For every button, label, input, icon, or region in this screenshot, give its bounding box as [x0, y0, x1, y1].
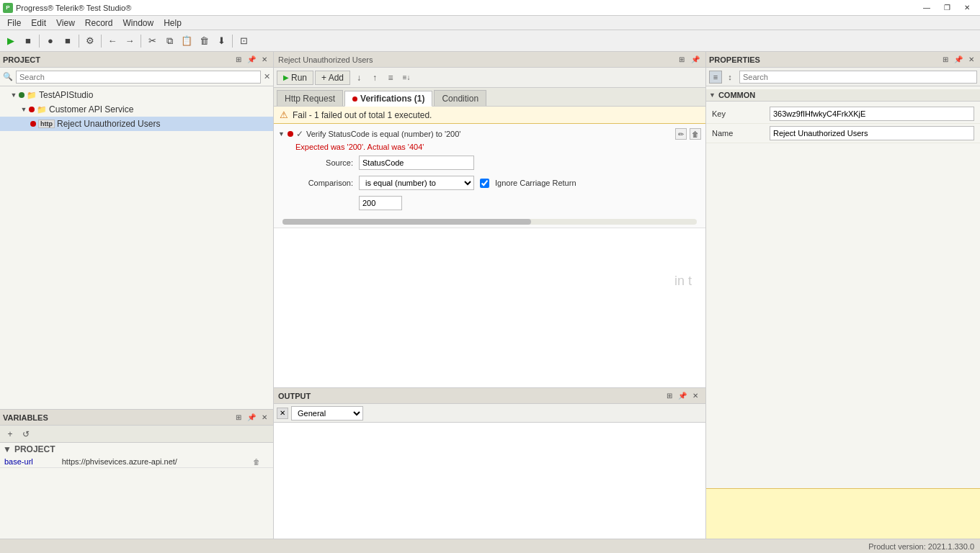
tab-verifications[interactable]: Verifications (1): [344, 91, 432, 107]
add-button-label: + Add: [321, 73, 344, 83]
prop-key-input[interactable]: [770, 107, 974, 121]
variable-delete-cell: 🗑: [249, 456, 273, 468]
prop-name-input[interactable]: [770, 126, 974, 140]
properties-panel: PROPERTIES ⊞ 📌 ✕ ≡ ↕ ▼ COMMON Ke: [706, 52, 980, 553]
toolbar-record-button[interactable]: ●: [43, 33, 58, 49]
menu-help[interactable]: Help: [159, 17, 186, 30]
toolbar-delete-button[interactable]: 🗑: [196, 33, 212, 49]
menu-window[interactable]: Window: [119, 17, 159, 30]
tree-dot-reject-unauthorized: [30, 121, 36, 127]
expand-all-button[interactable]: ≡: [383, 71, 398, 85]
prop-sort-button[interactable]: ↕: [723, 71, 736, 84]
source-input[interactable]: [359, 156, 474, 170]
step-toolbar: ▶ Run + Add ↓ ↑ ≡ ≡↓: [274, 68, 705, 88]
toolbar-undo-button[interactable]: ←: [104, 33, 120, 49]
search-clear-icon[interactable]: ✕: [264, 72, 270, 81]
output-close-icon[interactable]: ✕: [690, 390, 701, 402]
fail-icon: ⚠: [280, 109, 288, 120]
properties-panel-title: PROPERTIES: [709, 55, 760, 64]
tab-condition[interactable]: Condition: [434, 90, 486, 106]
menu-file[interactable]: File: [3, 17, 25, 30]
variable-key: base-url: [0, 456, 58, 468]
project-panel-pin-icon[interactable]: 📌: [246, 54, 257, 66]
variables-dock-icon[interactable]: ⊞: [233, 412, 244, 423]
variables-panel-icons: ⊞ 📌 ✕: [233, 412, 270, 423]
ver-edit-button[interactable]: ✏: [675, 128, 687, 140]
minimize-button[interactable]: —: [917, 1, 937, 15]
source-label: Source:: [295, 158, 353, 167]
properties-search-input[interactable]: [739, 71, 977, 84]
close-button[interactable]: ✕: [957, 1, 977, 15]
add-button[interactable]: + Add: [315, 71, 350, 85]
move-up-button[interactable]: ↑: [368, 71, 382, 85]
properties-dock-icon[interactable]: ⊞: [940, 54, 951, 66]
menu-record[interactable]: Record: [81, 17, 117, 30]
tab-verifications-label: Verifications (1): [360, 94, 424, 104]
variables-close-icon[interactable]: ✕: [259, 412, 270, 423]
main-toolbar: ▶ ■ ● ■ ⚙ ← → ✂ ⧉ 📋 🗑 ⬇ ⊡: [0, 30, 980, 52]
output-panel: OUTPUT ⊞ 📌 ✕ ✕ General Errors Warnings: [274, 387, 705, 553]
tab-http-request[interactable]: Http Request: [277, 90, 343, 106]
toolbar-settings-button[interactable]: ⚙: [82, 33, 98, 49]
toolbar-stop-button[interactable]: ■: [20, 33, 36, 49]
output-dock-icon[interactable]: ⊞: [664, 390, 675, 402]
output-pin-icon[interactable]: 📌: [677, 390, 688, 402]
ver-delete-button[interactable]: 🗑: [690, 128, 701, 140]
properties-close-icon[interactable]: ✕: [966, 54, 977, 66]
left-panel: PROJECT ⊞ 📌 ✕ 🔍 ✕ ▼ 📁 TestAPIStudio ▼: [0, 52, 274, 553]
tree-item-customer-api[interactable]: ▼ 📁 Customer API Service: [0, 102, 273, 117]
toolbar-sep-5: [232, 35, 233, 48]
toolbar-copy-button[interactable]: ⧉: [161, 33, 177, 49]
output-dropdown[interactable]: General Errors Warnings: [291, 406, 363, 421]
value-input[interactable]: [359, 196, 402, 210]
properties-pin-icon[interactable]: 📌: [953, 54, 964, 66]
run-play-icon: ▶: [283, 73, 289, 81]
menu-view[interactable]: View: [52, 17, 79, 30]
comparison-select[interactable]: is equal (number) to is not equal (numbe…: [359, 176, 474, 190]
prop-name-label: Name: [712, 129, 770, 138]
output-content-area: [274, 423, 705, 553]
tree-item-root[interactable]: ▼ 📁 TestAPIStudio: [0, 88, 273, 102]
variable-delete-button[interactable]: 🗑: [253, 458, 260, 466]
ver-expand-icon[interactable]: ▼: [278, 130, 285, 138]
toolbar-redo-button[interactable]: →: [122, 33, 138, 49]
run-button[interactable]: ▶ Run: [277, 71, 313, 85]
project-search-input[interactable]: [16, 71, 261, 84]
tree-item-reject-unauthorized[interactable]: http Reject Unauthorized Users: [0, 117, 273, 131]
window-controls: — ❐ ✕: [917, 1, 977, 15]
variables-toolbar: + ↺: [0, 426, 273, 443]
variables-refresh-button[interactable]: ↺: [19, 427, 33, 441]
toolbar-paste-button[interactable]: 📋: [179, 33, 195, 49]
project-panel-dock-icon[interactable]: ⊞: [233, 54, 244, 66]
product-version: Product version: 2021.1.330.0: [868, 542, 974, 551]
ver-status-dot: [288, 131, 293, 137]
project-panel-header: PROJECT ⊞ 📌 ✕: [0, 52, 273, 68]
main-layout: PROJECT ⊞ 📌 ✕ 🔍 ✕ ▼ 📁 TestAPIStudio ▼: [0, 52, 980, 553]
prop-list-view-button[interactable]: ≡: [709, 71, 722, 84]
move-down-button[interactable]: ↓: [352, 71, 366, 85]
table-row: base-url https://phvisevices.azure-api.n…: [0, 456, 273, 468]
ignore-carriage-return-checkbox[interactable]: [480, 179, 489, 188]
toolbar-download-button[interactable]: ⬇: [213, 33, 229, 49]
toolbar-sep-4: [141, 35, 141, 48]
restore-button[interactable]: ❐: [937, 1, 957, 15]
toolbar-expand-button[interactable]: ⊡: [236, 33, 251, 49]
variables-add-button[interactable]: +: [3, 427, 17, 441]
verification-header: ▼ ✓ Verify StatusCode is equal (number) …: [278, 127, 701, 141]
variables-pin-icon[interactable]: 📌: [246, 412, 257, 423]
output-clear-button[interactable]: ✕: [277, 408, 288, 419]
project-panel-close-icon[interactable]: ✕: [259, 54, 270, 66]
step-panel-dock-icon[interactable]: ⊞: [676, 54, 687, 66]
toolbar-play-button[interactable]: ▶: [3, 33, 19, 49]
toolbar-cut-button[interactable]: ✂: [144, 33, 160, 49]
tree-label-reject-unauthorized: Reject Unauthorized Users: [57, 119, 160, 129]
prop-section-common-arrow[interactable]: ▼: [709, 91, 716, 99]
prop-section-common: ▼ COMMON: [706, 89, 980, 102]
toolbar-pause-button[interactable]: ■: [60, 33, 76, 49]
variable-value: https://phvisevices.azure-api.net/: [58, 456, 249, 468]
tree-arrow-root: ▼: [10, 91, 17, 99]
menu-edit[interactable]: Edit: [27, 17, 50, 30]
collapse-all-button[interactable]: ≡↓: [399, 71, 414, 85]
run-button-label: Run: [291, 73, 307, 83]
step-panel-pin-icon[interactable]: 📌: [690, 54, 701, 66]
